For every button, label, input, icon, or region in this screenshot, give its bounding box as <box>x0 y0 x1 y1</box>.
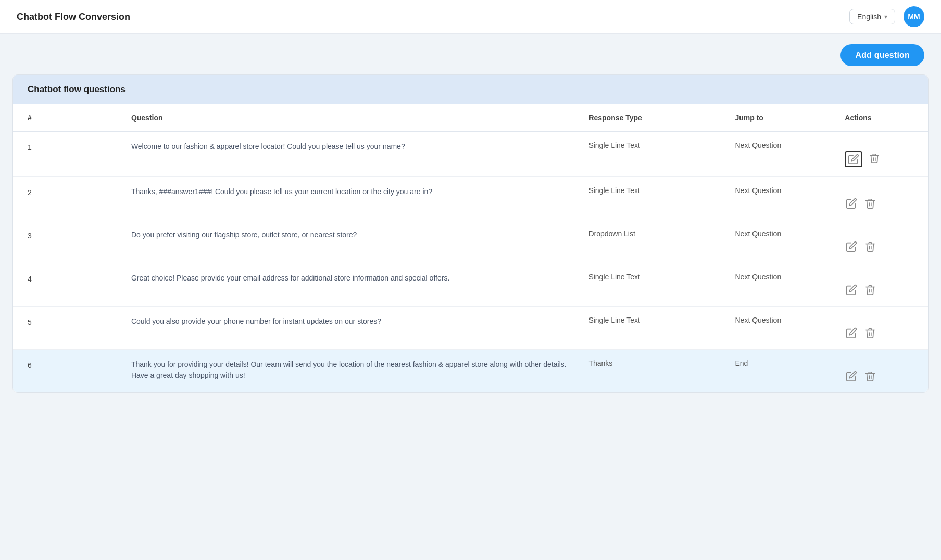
edit-icon <box>846 198 857 209</box>
table-row: 1Welcome to our fashion & apparel store … <box>13 132 928 177</box>
delete-button[interactable] <box>863 283 877 297</box>
row-response-type: Thanks <box>580 350 726 393</box>
row-response-type: Single Line Text <box>580 307 726 350</box>
edit-button[interactable] <box>845 370 858 383</box>
actions-group <box>845 273 920 297</box>
delete-button[interactable] <box>868 151 881 165</box>
actions-group <box>845 141 920 167</box>
header-right: English ▾ MM <box>849 6 924 27</box>
actions-group <box>845 186 920 210</box>
edit-icon <box>848 154 859 165</box>
row-jump-to: Next Question <box>726 307 836 350</box>
table-row: 6Thank you for providing your details! O… <box>13 350 928 393</box>
row-question: Welcome to our fashion & apparel store l… <box>123 132 581 177</box>
row-question: Thanks, ###answer1###! Could you please … <box>123 177 581 220</box>
edit-button[interactable] <box>845 240 858 253</box>
row-response-type: Single Line Text <box>580 177 726 220</box>
actions-group <box>845 230 920 253</box>
edit-button[interactable] <box>845 151 862 167</box>
row-response-type: Single Line Text <box>580 263 726 307</box>
trash-icon <box>864 371 876 382</box>
row-actions <box>836 350 928 393</box>
edit-button[interactable] <box>845 283 858 297</box>
row-number: 4 <box>13 263 123 307</box>
actions-group <box>845 359 920 383</box>
avatar[interactable]: MM <box>904 6 924 27</box>
chevron-down-icon: ▾ <box>884 13 887 20</box>
table-container: Chatbot flow questions # Question Respon… <box>12 74 929 393</box>
row-number: 3 <box>13 220 123 263</box>
row-question: Could you also provide your phone number… <box>123 307 581 350</box>
row-response-type: Dropdown List <box>580 220 726 263</box>
actions-group <box>845 316 920 340</box>
language-selector[interactable]: English ▾ <box>849 9 895 24</box>
trash-icon <box>864 198 876 209</box>
col-header-jump-to: Jump to <box>726 104 836 132</box>
row-jump-to: Next Question <box>726 177 836 220</box>
delete-button[interactable] <box>863 326 877 340</box>
language-label: English <box>857 12 881 21</box>
col-header-number: # <box>13 104 123 132</box>
add-question-button[interactable]: Add question <box>840 44 924 66</box>
edit-button[interactable] <box>845 326 858 340</box>
row-jump-to: Next Question <box>726 263 836 307</box>
questions-table: # Question Response Type Jump to Actions… <box>13 104 928 392</box>
row-actions <box>836 263 928 307</box>
row-response-type: Single Line Text <box>580 132 726 177</box>
delete-button[interactable] <box>863 370 877 383</box>
header: Chatbot Flow Conversion English ▾ MM <box>0 0 941 34</box>
table-row: 4Great choice! Please provide your email… <box>13 263 928 307</box>
row-number: 1 <box>13 132 123 177</box>
page-title: Chatbot Flow Conversion <box>17 11 130 22</box>
row-jump-to: Next Question <box>726 132 836 177</box>
table-row: 2Thanks, ###answer1###! Could you please… <box>13 177 928 220</box>
row-question: Thank you for providing your details! Ou… <box>123 350 581 393</box>
toolbar: Add question <box>0 34 941 74</box>
row-actions <box>836 220 928 263</box>
edit-icon <box>846 284 857 296</box>
edit-icon <box>846 241 857 252</box>
row-number: 2 <box>13 177 123 220</box>
trash-icon <box>869 152 880 164</box>
col-header-response-type: Response Type <box>580 104 726 132</box>
row-jump-to: Next Question <box>726 220 836 263</box>
table-row: 5Could you also provide your phone numbe… <box>13 307 928 350</box>
row-number: 6 <box>13 350 123 393</box>
row-actions <box>836 177 928 220</box>
row-actions <box>836 132 928 177</box>
trash-icon <box>864 241 876 252</box>
col-header-actions: Actions <box>836 104 928 132</box>
delete-button[interactable] <box>863 240 877 253</box>
table-row: 3Do you prefer visiting our flagship sto… <box>13 220 928 263</box>
row-number: 5 <box>13 307 123 350</box>
edit-icon <box>846 327 857 339</box>
edit-icon <box>846 371 857 382</box>
col-header-question: Question <box>123 104 581 132</box>
trash-icon <box>864 284 876 296</box>
delete-button[interactable] <box>863 197 877 210</box>
edit-button[interactable] <box>845 197 858 210</box>
trash-icon <box>864 327 876 339</box>
row-question: Great choice! Please provide your email … <box>123 263 581 307</box>
row-jump-to: End <box>726 350 836 393</box>
table-section-header: Chatbot flow questions <box>13 75 928 104</box>
table-header-row: # Question Response Type Jump to Actions <box>13 104 928 132</box>
table-section-title: Chatbot flow questions <box>28 84 913 95</box>
row-question: Do you prefer visiting our flagship stor… <box>123 220 581 263</box>
row-actions <box>836 307 928 350</box>
